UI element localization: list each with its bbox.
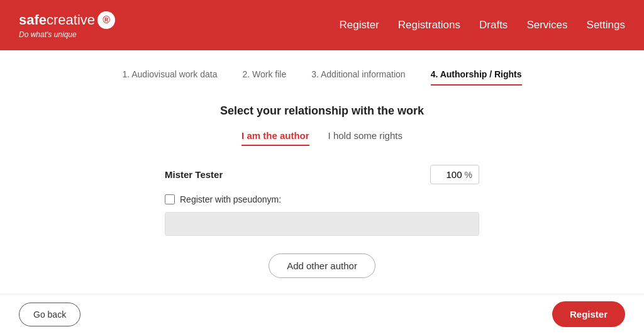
percent-symbol: % bbox=[465, 170, 472, 180]
step-additional[interactable]: 3. Additional information bbox=[311, 69, 405, 86]
nav-register[interactable]: Register bbox=[340, 19, 379, 31]
step-workfile[interactable]: 2. Work file bbox=[242, 69, 286, 86]
logo-safe: safe bbox=[19, 13, 47, 27]
bottom-bar: Go back Register bbox=[0, 294, 644, 334]
nav-settings[interactable]: Settings bbox=[587, 19, 625, 31]
logo-icon: ® bbox=[97, 11, 115, 29]
author-section: Mister Tester % Register with pseudonym:… bbox=[165, 165, 479, 278]
logo-tagline: Do what's unique bbox=[19, 30, 115, 39]
header: safecreative® Do what's unique Register … bbox=[0, 0, 644, 50]
register-button[interactable]: Register bbox=[552, 301, 625, 327]
author-row: Mister Tester % bbox=[165, 165, 479, 184]
nav-drafts[interactable]: Drafts bbox=[479, 19, 508, 31]
step-audiovisual[interactable]: 1. Audiovisual work data bbox=[122, 69, 217, 86]
logo: safecreative® bbox=[19, 11, 115, 29]
go-back-button[interactable]: Go back bbox=[19, 303, 80, 326]
pseudonym-row: Register with pseudonym: bbox=[165, 194, 281, 204]
nav-registrations[interactable]: Registrations bbox=[398, 19, 460, 31]
main-content: 1. Audiovisual work data 2. Work file 3.… bbox=[0, 50, 644, 316]
logo-area: safecreative® Do what's unique bbox=[19, 11, 115, 39]
pseudonym-checkbox[interactable] bbox=[165, 194, 175, 204]
percentage-field[interactable]: % bbox=[430, 165, 479, 184]
step-authorship[interactable]: 4. Authorship / Rights bbox=[431, 69, 522, 86]
pseudonym-input[interactable] bbox=[165, 212, 479, 236]
pseudonym-label: Register with pseudonym: bbox=[180, 194, 281, 204]
tab-i-am-author[interactable]: I am the author bbox=[242, 130, 309, 146]
add-other-author-button[interactable]: Add other author bbox=[269, 253, 375, 278]
author-container: Mister Tester % Register with pseudonym:… bbox=[13, 165, 631, 278]
nav-services[interactable]: Services bbox=[526, 19, 567, 31]
relationship-tabs: I am the author I hold some rights bbox=[242, 130, 402, 146]
tab-hold-rights[interactable]: I hold some rights bbox=[328, 130, 402, 146]
steps-bar: 1. Audiovisual work data 2. Work file 3.… bbox=[122, 69, 521, 86]
main-nav: Register Registrations Drafts Services S… bbox=[340, 19, 626, 31]
logo-creative: creative bbox=[47, 13, 95, 27]
author-name: Mister Tester bbox=[165, 169, 223, 180]
section-title: Select your relationship with the work bbox=[220, 104, 424, 118]
percentage-input[interactable] bbox=[437, 169, 462, 180]
